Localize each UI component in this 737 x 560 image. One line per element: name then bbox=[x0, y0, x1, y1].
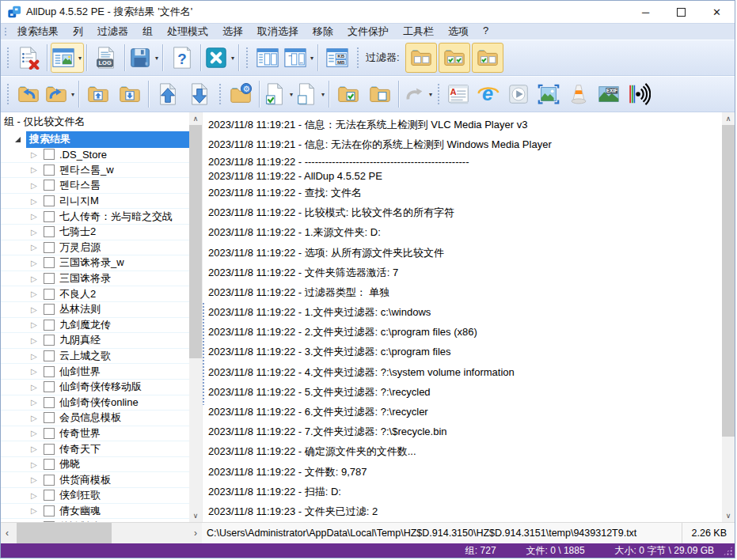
expand-arrow-icon[interactable]: ▷ bbox=[31, 289, 44, 298]
tree-item[interactable]: ▷仙剑世界 bbox=[1, 364, 189, 380]
dropdown-caret-icon[interactable]: ▾ bbox=[77, 55, 83, 62]
item-checkbox[interactable] bbox=[44, 165, 55, 176]
menu-item-0[interactable]: 搜索结果 bbox=[10, 24, 66, 40]
tree-item[interactable]: ▷펜타스톰 bbox=[1, 178, 189, 194]
audio-player-button[interactable] bbox=[624, 79, 654, 109]
item-checkbox[interactable] bbox=[44, 211, 55, 222]
file-move-down-button[interactable] bbox=[184, 79, 215, 109]
undo-button[interactable]: ▾ bbox=[402, 79, 434, 109]
dropdown-caret-icon[interactable]: ▾ bbox=[70, 91, 76, 98]
tree-horizontal-scrollbar[interactable]: ‹ › bbox=[1, 523, 202, 543]
tree-item[interactable]: ▷传奇天下 bbox=[1, 441, 189, 457]
scroll-down-icon[interactable]: ∨ bbox=[722, 509, 735, 522]
expand-arrow-icon[interactable]: ▷ bbox=[31, 259, 44, 267]
item-checkbox[interactable] bbox=[44, 412, 55, 423]
collapse-arrow-icon[interactable] bbox=[15, 137, 21, 142]
menu-item-6[interactable]: 取消选择 bbox=[250, 24, 306, 40]
expand-arrow-icon[interactable]: ▷ bbox=[31, 197, 44, 206]
scroll-down-icon[interactable]: ∨ bbox=[189, 509, 202, 522]
dropdown-caret-icon[interactable]: ▾ bbox=[154, 55, 160, 62]
folder-move-down-button[interactable] bbox=[114, 79, 146, 109]
column-width-button[interactable]: ↔ ↔ ▾ bbox=[283, 43, 315, 73]
save-button[interactable]: ▾ bbox=[128, 43, 160, 73]
expand-arrow-icon[interactable]: ▷ bbox=[31, 243, 44, 252]
tree-item[interactable]: ▷리니지M bbox=[1, 194, 189, 210]
tree-item[interactable]: ▷七骑士2 bbox=[1, 225, 189, 240]
vlc-player-button[interactable] bbox=[564, 79, 594, 109]
scroll-right-icon[interactable]: › bbox=[189, 523, 202, 543]
size-units-button[interactable]: KB MB bbox=[321, 43, 353, 73]
internet-explorer-button[interactable]: e bbox=[473, 79, 503, 109]
deselect-folder-button[interactable] bbox=[364, 79, 396, 109]
tree-item[interactable]: ▷三国诛将录 bbox=[1, 271, 189, 287]
folder-forward-button[interactable]: ▾ bbox=[44, 79, 76, 109]
menu-item-10[interactable]: 选项 bbox=[441, 24, 476, 40]
expand-arrow-icon[interactable]: ▷ bbox=[31, 228, 44, 236]
tree-item[interactable]: ▷傳說對決_w bbox=[1, 519, 189, 522]
tree-root-label[interactable]: 搜索结果 bbox=[26, 131, 189, 148]
menu-item-7[interactable]: 移除 bbox=[306, 24, 340, 40]
scroll-up-icon[interactable]: ∧ bbox=[189, 112, 202, 125]
scrollbar-thumb[interactable] bbox=[17, 523, 112, 543]
tree-vertical-scrollbar[interactable]: ∧ ∨ bbox=[189, 112, 202, 522]
item-checkbox[interactable] bbox=[44, 335, 55, 346]
filter-both-button[interactable] bbox=[439, 43, 470, 73]
select-file-button[interactable]: ▾ bbox=[263, 79, 294, 109]
item-checkbox[interactable] bbox=[44, 304, 55, 315]
maximize-button[interactable] bbox=[663, 1, 699, 23]
menu-item-9[interactable]: 工具栏 bbox=[396, 24, 441, 40]
expand-arrow-icon[interactable]: ▷ bbox=[31, 150, 44, 159]
log-vertical-scrollbar[interactable]: ∧ ∨ bbox=[722, 112, 735, 522]
folder-settings-button[interactable]: ⚙ bbox=[225, 79, 256, 109]
folder-back-button[interactable] bbox=[13, 79, 44, 109]
dropdown-caret-icon[interactable]: ▾ bbox=[288, 91, 294, 98]
expand-arrow-icon[interactable]: ▷ bbox=[31, 460, 44, 469]
item-checkbox[interactable] bbox=[44, 397, 55, 408]
tree-item[interactable]: ▷云上城之歌 bbox=[1, 349, 189, 365]
filter-none-button[interactable] bbox=[405, 43, 437, 73]
expand-arrow-icon[interactable]: ▷ bbox=[31, 398, 44, 407]
item-checkbox[interactable] bbox=[44, 444, 55, 455]
scrollbar-thumb[interactable] bbox=[189, 125, 202, 358]
item-checkbox[interactable] bbox=[44, 273, 55, 284]
item-checkbox[interactable] bbox=[44, 320, 55, 331]
deselect-file-button[interactable]: ▾ bbox=[294, 79, 326, 109]
menu-item-5[interactable]: 选择 bbox=[215, 24, 250, 40]
menu-item-3[interactable]: 组 bbox=[135, 24, 160, 40]
close-search-results-button[interactable] bbox=[13, 43, 44, 73]
tree-item[interactable]: ▷会员信息模板 bbox=[1, 411, 189, 426]
menu-item-11[interactable]: ? bbox=[476, 24, 496, 40]
tree-item[interactable]: ▷侠剑狂歌 bbox=[1, 488, 189, 504]
tree-item[interactable]: ▷佛晓 bbox=[1, 457, 189, 473]
select-folder-button[interactable] bbox=[332, 79, 364, 109]
item-checkbox[interactable] bbox=[44, 475, 55, 486]
expand-arrow-icon[interactable]: ▷ bbox=[31, 320, 44, 329]
item-checkbox[interactable] bbox=[44, 195, 55, 206]
toolbar-grip[interactable] bbox=[6, 46, 10, 70]
expand-arrow-icon[interactable]: ▷ bbox=[31, 336, 44, 345]
tree-item[interactable]: ▷仙剑奇侠传移动版 bbox=[1, 380, 189, 395]
tree-item[interactable]: ▷丛林法则 bbox=[1, 302, 189, 318]
tree-item[interactable]: ▷传奇世界 bbox=[1, 426, 189, 442]
expand-arrow-icon[interactable]: ▷ bbox=[31, 383, 44, 392]
menu-item-2[interactable]: 过滤器 bbox=[90, 24, 135, 40]
resize-grip[interactable] bbox=[723, 546, 733, 556]
minimize-button[interactable]: ─ bbox=[628, 1, 663, 23]
scroll-up-icon[interactable]: ∧ bbox=[722, 112, 735, 125]
item-checkbox[interactable] bbox=[44, 180, 55, 191]
toolbar-grip[interactable] bbox=[245, 46, 249, 70]
menu-item-1[interactable]: 列 bbox=[66, 24, 90, 40]
item-checkbox[interactable] bbox=[44, 350, 55, 361]
expand-arrow-icon[interactable]: ▷ bbox=[31, 475, 44, 484]
media-player-button[interactable] bbox=[503, 79, 534, 109]
toolbar-grip[interactable] bbox=[218, 82, 222, 107]
file-move-up-button[interactable] bbox=[152, 79, 184, 109]
scrollbar-thumb[interactable] bbox=[722, 125, 735, 437]
help-button[interactable]: ? bbox=[166, 43, 198, 73]
expand-arrow-icon[interactable]: ▷ bbox=[31, 352, 44, 361]
tree-item[interactable]: ▷九阴真经 bbox=[1, 333, 189, 349]
expand-arrow-icon[interactable]: ▷ bbox=[31, 414, 44, 422]
expand-arrow-icon[interactable]: ▷ bbox=[31, 445, 44, 453]
columns-button[interactable] bbox=[252, 43, 283, 73]
expand-arrow-icon[interactable]: ▷ bbox=[31, 212, 44, 221]
